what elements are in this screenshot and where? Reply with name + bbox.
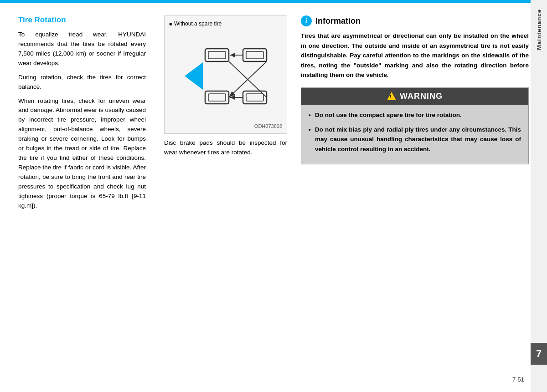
sidebar-chapter-number: 7 [531, 343, 547, 365]
warning-triangle-icon [387, 92, 396, 100]
warning-body: Do not use the compact spare tire for ti… [301, 105, 528, 164]
right-sidebar: Maintenance 7 [531, 0, 547, 392]
svg-rect-1 [205, 49, 229, 61]
information-box: i Information Tires that are asymmetrica… [301, 15, 529, 80]
diagram-code: ODH073802 [169, 123, 282, 129]
info-icon: i [301, 15, 312, 26]
warning-box: WARNING Do not use the compact spare tir… [301, 87, 529, 164]
tire-diagram-box: Without a spare tire [164, 15, 287, 134]
warning-list: Do not use the compact spare tire for ti… [309, 110, 521, 154]
info-paragraph: Tires that are asymmetrical or direction… [301, 31, 529, 80]
diagram-label: Without a spare tire [169, 20, 282, 27]
paragraph-2: During rotation, check the tires for cor… [18, 73, 146, 92]
svg-marker-12 [230, 53, 235, 57]
svg-rect-7 [243, 91, 267, 104]
left-column: Tire Rotation To equalize tread wear, HY… [18, 15, 150, 369]
paragraph-3: When rotating tires, check for uneven we… [18, 97, 146, 211]
warning-title: WARNING [400, 92, 443, 101]
tire-rotation-diagram [169, 31, 282, 122]
disc-brake-text: Disc brake pads should be inspected for … [164, 138, 287, 158]
svg-marker-0 [185, 62, 203, 90]
page-number: 7-51 [512, 376, 524, 383]
separator-line [0, 2, 531, 3]
warning-item-1: Do not use the compact spare tire for ti… [309, 110, 521, 120]
svg-rect-4 [246, 51, 263, 59]
section-title: Tire Rotation [18, 15, 146, 25]
info-title: i Information [301, 15, 529, 26]
svg-rect-8 [246, 94, 263, 101]
warning-header: WARNING [301, 88, 528, 105]
svg-rect-2 [208, 51, 226, 59]
info-title-text: Information [315, 16, 361, 26]
svg-rect-5 [205, 91, 229, 104]
middle-column: Without a spare tire [160, 15, 292, 369]
sidebar-label: Maintenance [536, 9, 542, 50]
paragraph-1: To equalize tread wear, HYUNDAI recommen… [18, 30, 146, 68]
svg-rect-6 [208, 94, 226, 101]
warning-item-2: Do not mix bias ply and radial ply tires… [309, 125, 521, 154]
svg-rect-3 [243, 49, 267, 61]
right-column: i Information Tires that are asymmetrica… [301, 15, 529, 369]
